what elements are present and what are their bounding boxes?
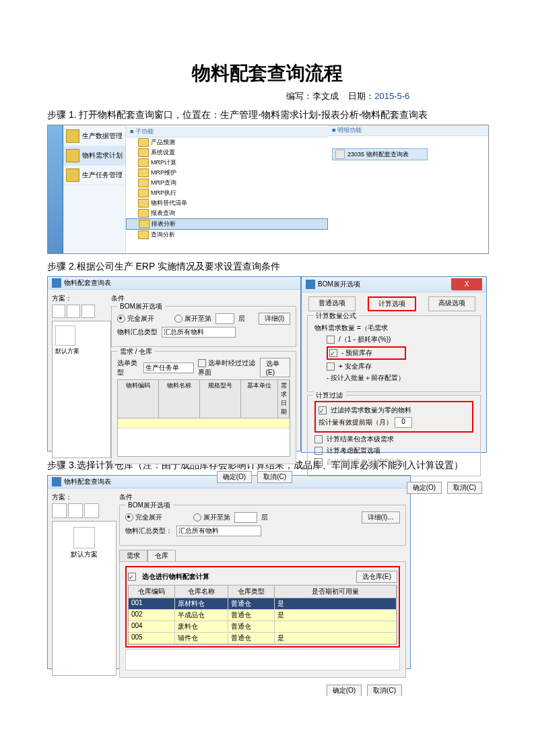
tree-node[interactable]: MRP查询 (126, 178, 328, 188)
tab-demand[interactable]: 需求 (119, 550, 147, 561)
detail-button[interactable]: 详细(I)… (362, 511, 400, 524)
function-code: 23035 (347, 151, 364, 158)
function-item[interactable]: 23035 物料配套查询表 (332, 148, 428, 160)
nav-item-mrp[interactable]: 物料需求计划 (63, 146, 125, 166)
level-input[interactable] (215, 313, 234, 324)
left-ribbon (48, 125, 63, 253)
plan-item-icon[interactable] (73, 527, 95, 548)
cancel-button[interactable]: 取消(C) (257, 471, 292, 483)
calc-stock-checkbox[interactable] (128, 573, 136, 581)
tree-panel: ■ 子功能 产品预测 系统设置 MRP计算 MRP维护 MRP查询 MRP执行 … (126, 125, 328, 253)
zero-filter-checkbox[interactable] (319, 406, 327, 414)
folder-icon (138, 148, 149, 157)
tab-advanced[interactable]: 高级选项 (428, 296, 475, 311)
folder-icon (138, 138, 149, 147)
date-label: 日期： (348, 91, 374, 101)
tree-node[interactable]: 产品预测 (126, 137, 328, 148)
filter-legend: 计算过滤 (313, 391, 345, 400)
nav-item-task-mgmt[interactable]: 生产任务管理 (63, 166, 125, 185)
plan-item-label: 默认方案 (55, 550, 113, 559)
tree-node[interactable]: MRP维护 (126, 168, 328, 178)
tab-stock[interactable]: 仓库 (147, 550, 176, 561)
plan-label: 方案： (52, 493, 112, 502)
demand-group: 需求 / 仓库 选单类型 生产任务单 选单时经过过滤界面 选单(E) 物料编码 … (111, 351, 296, 464)
select-type-label: 选单类型 (117, 358, 139, 377)
table-row[interactable]: 004废料仓普通仓 (129, 621, 397, 633)
select-stock-button[interactable]: 选仓库(E) (356, 571, 397, 583)
cancel-button[interactable]: 取消(C) (447, 482, 482, 494)
tree-node[interactable]: 物料替代清单 (126, 198, 328, 208)
stock-group: 选仓进行物料配套计算 选仓库(E) 仓库编码 仓库名称 仓库类型 是否期初可用量 (119, 561, 406, 678)
radio-full-expand[interactable] (117, 315, 125, 323)
radio-expand-level[interactable] (193, 513, 201, 522)
cancel-button[interactable]: 取消(C) (367, 685, 402, 696)
order-table-body[interactable] (117, 418, 290, 457)
rate-checkbox[interactable] (327, 336, 335, 344)
nav-item-data-mgmt[interactable]: 生产数据管理 (63, 127, 125, 146)
tree-node[interactable]: 系统设置 (126, 148, 328, 158)
nav-panel: 生产数据管理 物料需求计划 生产任务管理 (63, 125, 126, 253)
bom-group: BOM展开选项 完全展开 展开至第 层 详细(I) 物料汇总类型 汇总所有物料 (111, 306, 296, 347)
table-row[interactable]: 005辅件仓普通仓是 (129, 633, 397, 644)
lead-input[interactable]: 0 (395, 417, 412, 428)
ok-button[interactable]: 确定(O) (217, 471, 252, 483)
demand-stock-tabs: 需求 仓库 (119, 550, 406, 561)
page-meta: 编写：李文成 日期：2015-5-6 (209, 90, 487, 102)
delete-icon[interactable] (67, 305, 80, 318)
safety-checkbox[interactable] (327, 363, 335, 371)
delete-icon[interactable] (68, 503, 83, 518)
tree-node-selected[interactable]: 排表分析 (126, 218, 328, 230)
detail-button[interactable]: 详细(I) (259, 313, 290, 325)
close-button[interactable]: X (451, 278, 482, 290)
filter-checkbox[interactable] (198, 359, 206, 367)
nav-label: 生产数据管理 (82, 131, 123, 141)
select-type-dropdown[interactable]: 生产任务单 (143, 363, 194, 373)
dialog-bom-options: BOM展开选项 X 普通选项 计算选项 高级选项 计算数量公式 物料需求数量 =… (301, 276, 487, 453)
folder-icon (139, 220, 149, 228)
refresh-icon[interactable] (81, 305, 95, 318)
plan-item-icon[interactable] (55, 325, 75, 346)
tree-node[interactable]: 报表查询 (126, 208, 328, 218)
level-input[interactable] (234, 512, 257, 523)
report-icon (335, 150, 345, 159)
select-order-button[interactable]: 选单(E) (260, 358, 290, 377)
author-label: 编写： (286, 91, 312, 101)
refresh-icon[interactable] (84, 503, 99, 518)
dialog-stock-select: 物料配套查询表 方案： 默认方案 条件 BOM展开选项 (47, 475, 411, 669)
ok-button[interactable]: 确定(O) (327, 685, 362, 696)
page-title: 物料配套查询流程 (47, 61, 487, 86)
screenshot-navigation: 生产数据管理 物料需求计划 生产任务管理 ■ 子功能 产品预测 系统设置 MRP… (47, 125, 489, 254)
folder-icon (138, 209, 149, 218)
tree-node[interactable]: 查询分析 (126, 230, 328, 240)
radio-expand-level[interactable] (174, 315, 182, 323)
include-level-checkbox[interactable] (314, 435, 323, 443)
sumtype-select[interactable]: 汇总所有物料 (162, 327, 236, 338)
folder-icon (138, 199, 149, 208)
date-value: 2015-5-6 (374, 91, 409, 101)
stock-table: 仓库编码 仓库名称 仓库类型 是否期初可用量 001原材料仓普通仓是 002半成… (128, 585, 397, 645)
table-row[interactable]: 001原材料仓普通仓是 (129, 598, 397, 610)
sumtype-select[interactable]: 汇总所有物料 (176, 526, 261, 536)
consider-rule-checkbox[interactable] (314, 447, 323, 455)
bom-group: BOM展开选项 完全展开 展开至第 层 详细(I)… 物料汇总类型： 汇总所有物… (119, 505, 406, 546)
stock-checkbox[interactable] (329, 349, 337, 357)
sumtype-label: 物料汇总类型 (117, 327, 158, 337)
nav-label: 生产任务管理 (82, 170, 123, 180)
table-row[interactable]: 002半成品仓普通仓是 (129, 610, 397, 621)
plan-item-label: 默认方案 (55, 347, 108, 356)
folder-icon (66, 129, 79, 143)
ok-button[interactable]: 确定(O) (407, 482, 442, 494)
calc-stock-label: 选仓进行物料配套计算 (142, 572, 209, 581)
function-panel: ■ 明细功能 23035 物料配套查询表 (328, 125, 488, 253)
save-icon[interactable] (52, 503, 67, 518)
tab-general[interactable]: 普通选项 (308, 296, 356, 311)
tree-node[interactable]: MRP执行 (126, 188, 328, 198)
save-icon[interactable] (52, 305, 65, 318)
stock-table-header: 仓库编码 仓库名称 仓库类型 是否期初可用量 (129, 586, 397, 598)
author-name: 李文成 (312, 91, 339, 101)
tab-calc[interactable]: 计算选项 (368, 296, 416, 311)
tree-node[interactable]: MRP计算 (126, 158, 328, 168)
bom-legend: BOM展开选项 (117, 302, 165, 311)
radio-full-expand[interactable] (125, 513, 133, 522)
plan-label: 方案： (52, 294, 106, 303)
